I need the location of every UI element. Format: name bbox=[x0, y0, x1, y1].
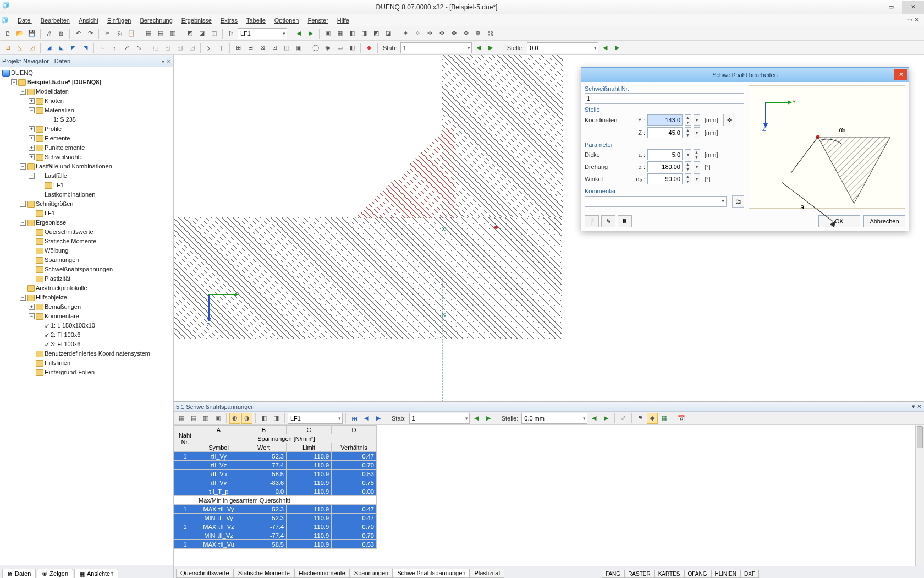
status-hlinien[interactable]: HLINIEN bbox=[711, 570, 740, 578]
misc6-icon[interactable]: ✥ bbox=[460, 28, 471, 39]
rtab-4[interactable]: Schweißnahtspannungen bbox=[393, 569, 470, 578]
view4-icon[interactable]: ◨ bbox=[359, 28, 370, 39]
op7-icon[interactable]: ◫ bbox=[281, 42, 292, 53]
results-scrollbar[interactable] bbox=[915, 425, 924, 566]
shape4-icon[interactable]: ◢ bbox=[43, 42, 54, 53]
tool-b-icon[interactable]: ▤ bbox=[155, 28, 166, 39]
y-stepper[interactable]: ▲▼ bbox=[685, 114, 691, 126]
new-icon[interactable]: 🗋 bbox=[2, 28, 13, 39]
color-icon[interactable]: ◆ bbox=[364, 42, 375, 53]
dim3-icon[interactable]: ⤢ bbox=[121, 42, 132, 53]
copy-icon[interactable]: ⎘ bbox=[114, 28, 125, 39]
status-kartes[interactable]: KARTES bbox=[654, 570, 684, 578]
stelle-prev-icon[interactable]: ◀ bbox=[600, 42, 610, 53]
rtab-2[interactable]: Flächenmomente bbox=[294, 569, 350, 578]
shape7-icon[interactable]: ◥ bbox=[80, 42, 91, 53]
tool-c-icon[interactable]: ▥ bbox=[167, 28, 178, 39]
op3-icon[interactable]: ⊞ bbox=[233, 42, 244, 53]
cut-icon[interactable]: ✂ bbox=[102, 28, 113, 39]
alpha-dropdown-icon[interactable]: ▾ bbox=[694, 161, 700, 172]
maximize-button[interactable]: ▭ bbox=[880, 1, 902, 14]
navigator-tree[interactable]: DUENQ −Beispiel-5.due* [DUENQ8] −Modelld… bbox=[0, 67, 173, 565]
a-stepper[interactable]: ▲▼ bbox=[694, 149, 700, 160]
sel4-icon[interactable]: ◲ bbox=[186, 42, 197, 53]
rtab-5[interactable]: Plastizität bbox=[470, 569, 504, 578]
op4-icon[interactable]: ⊟ bbox=[245, 42, 256, 53]
save-icon[interactable]: 💾 bbox=[26, 28, 37, 39]
ck2-icon[interactable]: ◉ bbox=[322, 42, 333, 53]
rnav-prev-icon[interactable]: ◀ bbox=[361, 413, 372, 424]
view5-icon[interactable]: ◩ bbox=[371, 28, 382, 39]
rt6-icon[interactable]: ◑ bbox=[241, 413, 252, 424]
pick-coords-button[interactable]: ✛ bbox=[723, 114, 735, 126]
op6-icon[interactable]: ⊡ bbox=[269, 42, 280, 53]
dialog-calc-button[interactable]: 🖩 bbox=[618, 215, 632, 227]
nav-close-icon[interactable]: ✕ bbox=[167, 58, 171, 64]
results-pin-icon[interactable]: ▾ bbox=[912, 403, 915, 410]
nav-tab-daten[interactable]: 🗎Daten bbox=[2, 569, 36, 578]
tool-f-icon[interactable]: ◫ bbox=[208, 28, 219, 39]
misc4-icon[interactable]: ✣ bbox=[436, 28, 447, 39]
rexcel-icon[interactable]: ▦ bbox=[659, 413, 670, 424]
stab-next-icon[interactable]: ▶ bbox=[485, 42, 496, 53]
minimize-button[interactable]: — bbox=[858, 1, 880, 14]
misc8-icon[interactable]: ⛓ bbox=[485, 28, 496, 39]
op8-icon[interactable]: ▣ bbox=[293, 42, 304, 53]
mdi-close-icon[interactable]: — ▭ ✕ bbox=[898, 16, 920, 24]
view2-icon[interactable]: ▦ bbox=[334, 28, 345, 39]
op5-icon[interactable]: ⊠ bbox=[257, 42, 268, 53]
rtab-3[interactable]: Spannungen bbox=[350, 569, 393, 578]
rcalendar-icon[interactable]: 📅 bbox=[676, 413, 687, 424]
z-stepper[interactable]: ▲▼ bbox=[685, 127, 691, 138]
alpha-stepper[interactable]: ▲▼ bbox=[685, 161, 691, 172]
menu-datei[interactable]: Datei bbox=[13, 16, 36, 25]
dialog-edit-button[interactable]: ✎ bbox=[601, 215, 615, 227]
stelle-combo[interactable]: 0.0 bbox=[527, 42, 598, 53]
loadcase-combo[interactable]: LF1 bbox=[238, 28, 287, 39]
view3-icon[interactable]: ◧ bbox=[346, 28, 358, 39]
tool-a-icon[interactable]: ▦ bbox=[143, 28, 154, 39]
rcolor-icon[interactable]: ◆ bbox=[647, 413, 658, 424]
rt4-icon[interactable]: ▣ bbox=[212, 413, 223, 424]
rnav-first-icon[interactable]: ⏮ bbox=[349, 413, 360, 424]
view1-icon[interactable]: ▣ bbox=[322, 28, 333, 39]
rtab-1[interactable]: Statische Momente bbox=[234, 569, 294, 578]
close-button[interactable]: ✕ bbox=[902, 1, 924, 14]
menu-einfuegen[interactable]: Einfügen bbox=[103, 16, 135, 25]
print-preview-icon[interactable]: 🗎 bbox=[56, 28, 67, 39]
shape1-icon[interactable]: ⊿ bbox=[2, 42, 13, 53]
rfilter-icon[interactable]: ⚑ bbox=[635, 413, 646, 424]
stab-combo[interactable]: 1 bbox=[400, 42, 472, 53]
tool-e-icon[interactable]: ◪ bbox=[196, 28, 207, 39]
rstab-next-icon[interactable]: ▶ bbox=[483, 413, 494, 424]
rstelle-prev-icon[interactable]: ◀ bbox=[588, 413, 600, 424]
a0-stepper[interactable]: ▲▼ bbox=[685, 173, 691, 184]
rt5-icon[interactable]: ◐ bbox=[229, 413, 240, 424]
menu-bearbeiten[interactable]: Bearbeiten bbox=[36, 16, 74, 25]
rt8-icon[interactable]: ◨ bbox=[271, 413, 282, 424]
results-stab-combo[interactable]: 1 bbox=[409, 413, 470, 424]
sel3-icon[interactable]: ◱ bbox=[174, 42, 185, 53]
dialog-close-button[interactable]: ✕ bbox=[894, 69, 908, 80]
misc3-icon[interactable]: ✢ bbox=[424, 28, 435, 39]
ck1-icon[interactable]: ◯ bbox=[310, 42, 321, 53]
alpha-input[interactable]: 180.00 bbox=[647, 161, 683, 172]
z-input[interactable]: 45.0 bbox=[647, 127, 683, 138]
nav-next-icon[interactable]: ▶ bbox=[305, 28, 316, 39]
print-icon[interactable]: 🖨 bbox=[43, 28, 54, 39]
stelle-next-icon[interactable]: ▶ bbox=[612, 42, 623, 53]
dim1-icon[interactable]: ↔ bbox=[97, 42, 108, 53]
shape3-icon[interactable]: ◿ bbox=[26, 42, 37, 53]
komm-pick-button[interactable]: 🗂 bbox=[732, 195, 744, 208]
y-dropdown-icon[interactable]: ▾ bbox=[694, 114, 700, 126]
paste-icon[interactable]: 📋 bbox=[126, 28, 137, 39]
menu-ansicht[interactable]: Ansicht bbox=[74, 16, 103, 25]
rt2-icon[interactable]: ▤ bbox=[188, 413, 199, 424]
misc1-icon[interactable]: ✦ bbox=[400, 28, 411, 39]
rt3-icon[interactable]: ▥ bbox=[200, 413, 211, 424]
menu-extras[interactable]: Extras bbox=[216, 16, 242, 25]
dim2-icon[interactable]: ↕ bbox=[109, 42, 120, 53]
nav-tab-ansichten[interactable]: ▦Ansichten bbox=[74, 569, 118, 578]
misc2-icon[interactable]: ✧ bbox=[412, 28, 423, 39]
y-input[interactable]: 143.0 bbox=[647, 114, 683, 126]
